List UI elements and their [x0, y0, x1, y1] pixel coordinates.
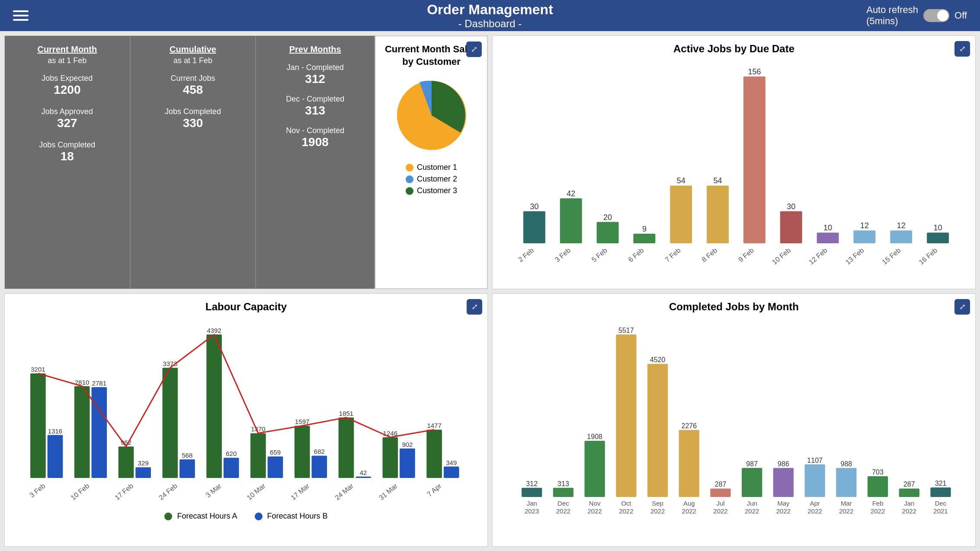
jobs-expected-stat: Jobs Expected 1200: [15, 74, 119, 97]
pie-chart-title: Current Month Salesby Customer: [385, 43, 478, 68]
svg-rect-85: [444, 466, 459, 478]
svg-text:2022: 2022: [776, 507, 791, 515]
svg-text:13 Feb: 13 Feb: [844, 246, 865, 266]
cumulative-card: Cumulative as at 1 Feb Current Jobs 458 …: [131, 36, 256, 289]
svg-rect-92: [553, 487, 573, 497]
auto-refresh-toggle[interactable]: [923, 9, 949, 22]
legend-customer2: Customer 2: [406, 175, 457, 184]
svg-text:2022: 2022: [682, 507, 696, 515]
svg-text:42: 42: [360, 468, 367, 476]
svg-rect-29: [853, 230, 875, 243]
svg-rect-23: [780, 211, 802, 243]
labour-title: Labour Capacity: [15, 301, 477, 313]
forecast-a-label: Forecast Hours A: [177, 512, 237, 520]
current-month-card: Current Month as at 1 Feb Jobs Expected …: [5, 36, 131, 289]
svg-text:7 Feb: 7 Feb: [663, 246, 682, 263]
svg-text:4392: 4392: [207, 327, 221, 334]
svg-rect-124: [805, 464, 825, 497]
svg-text:10 Feb: 10 Feb: [69, 482, 90, 501]
svg-text:Jan: Jan: [904, 500, 914, 507]
svg-text:1851: 1851: [339, 410, 353, 417]
pie-expand-button[interactable]: ⤢: [466, 41, 482, 57]
svg-text:2022: 2022: [807, 507, 822, 515]
svg-rect-96: [585, 440, 605, 497]
svg-text:5 Feb: 5 Feb: [590, 246, 608, 263]
svg-text:349: 349: [446, 459, 457, 466]
auto-refresh-label: Auto refresh (5mins): [866, 4, 918, 27]
customer2-color: [406, 175, 413, 183]
auto-refresh-control[interactable]: Auto refresh (5mins) Off: [866, 4, 967, 27]
svg-text:2022: 2022: [902, 507, 916, 515]
svg-text:312: 312: [526, 480, 538, 487]
jobs-approved-label: Jobs Approved: [15, 107, 119, 116]
svg-rect-78: [382, 437, 398, 478]
prev-dec: Dec - Completed 313: [263, 95, 367, 118]
current-jobs-value: 458: [141, 83, 245, 97]
svg-rect-128: [836, 468, 856, 497]
active-jobs-title: Active Jobs by Due Date: [503, 43, 965, 55]
svg-rect-26: [817, 233, 839, 243]
svg-text:987: 987: [746, 460, 758, 467]
svg-text:Nov: Nov: [589, 500, 601, 507]
svg-rect-48: [118, 446, 134, 478]
menu-button[interactable]: [13, 10, 29, 21]
svg-text:2021: 2021: [933, 507, 948, 515]
svg-rect-60: [224, 458, 239, 478]
svg-text:659: 659: [270, 449, 281, 456]
svg-text:1316: 1316: [48, 427, 62, 434]
auto-refresh-state: Off: [954, 10, 967, 21]
svg-rect-63: [250, 433, 266, 478]
svg-text:Aug: Aug: [683, 500, 695, 507]
main-content: Current Month as at 1 Feb Jobs Expected …: [0, 31, 980, 551]
active-jobs-chart-svg: 302 Feb423 Feb205 Feb96 Feb547 Feb548 Fe…: [503, 59, 965, 269]
active-jobs-expand-button[interactable]: ⤢: [954, 41, 970, 57]
svg-text:54: 54: [714, 176, 722, 185]
jobs-completed-stat: Jobs Completed 18: [15, 140, 119, 163]
svg-text:682: 682: [314, 448, 325, 455]
svg-text:2023: 2023: [525, 507, 539, 515]
svg-text:620: 620: [226, 450, 237, 457]
labour-capacity-panel: ⤢ Labour Capacity 320113163 Feb281027811…: [4, 293, 488, 547]
labour-chart-svg: 320113163 Feb2810278110 Feb96232917 Feb3…: [15, 317, 477, 508]
jobs-completed-value: 18: [15, 150, 119, 163]
svg-text:Mar: Mar: [841, 500, 852, 507]
svg-text:321: 321: [935, 480, 947, 487]
completed-jobs-chart-svg: 312Jan2023313Dec20221908Nov20225517Oct20…: [503, 317, 965, 527]
svg-text:Oct: Oct: [621, 500, 631, 507]
svg-text:287: 287: [903, 481, 915, 488]
svg-text:Dec: Dec: [935, 500, 947, 507]
svg-text:10 Feb: 10 Feb: [771, 246, 792, 266]
svg-text:3 Mar: 3 Mar: [205, 481, 223, 499]
forecast-b-label: Forecast Hours B: [267, 512, 328, 520]
completed-jobs-expand-button[interactable]: ⤢: [954, 299, 970, 315]
svg-text:Jul: Jul: [716, 500, 724, 507]
svg-rect-5: [560, 198, 582, 243]
cumulative-jobs-completed-label: Jobs Completed: [141, 107, 245, 116]
svg-text:2022: 2022: [556, 507, 570, 515]
svg-rect-132: [868, 476, 888, 497]
svg-rect-112: [710, 488, 730, 497]
svg-rect-50: [135, 467, 151, 478]
svg-rect-8: [597, 222, 619, 243]
customer3-label: Customer 3: [417, 186, 457, 195]
svg-text:287: 287: [715, 481, 727, 488]
svg-text:902: 902: [402, 440, 413, 448]
svg-rect-83: [426, 430, 442, 478]
labour-legend: Forecast Hours A Forecast Hours B: [15, 512, 477, 521]
customer1-color: [406, 164, 413, 172]
svg-rect-20: [743, 76, 765, 243]
legend-customer3: Customer 3: [406, 186, 457, 195]
labour-expand-button[interactable]: ⤢: [467, 299, 482, 315]
svg-text:15 Feb: 15 Feb: [881, 246, 902, 266]
header: Order Management - Dashboard - Auto refr…: [0, 0, 980, 31]
svg-rect-88: [522, 487, 542, 497]
svg-rect-55: [179, 459, 195, 478]
pie-legend: Customer 1 Customer 2 Customer 3: [406, 163, 457, 198]
svg-text:1246: 1246: [383, 429, 397, 436]
cumulative-jobs-completed-stat: Jobs Completed 330: [141, 107, 245, 130]
svg-text:3 Feb: 3 Feb: [28, 482, 46, 499]
svg-rect-73: [339, 417, 354, 478]
pie-chart-svg: [388, 72, 475, 159]
cumulative-jobs-completed-value: 330: [141, 116, 245, 130]
top-left-panel: Current Month as at 1 Feb Jobs Expected …: [4, 35, 488, 289]
